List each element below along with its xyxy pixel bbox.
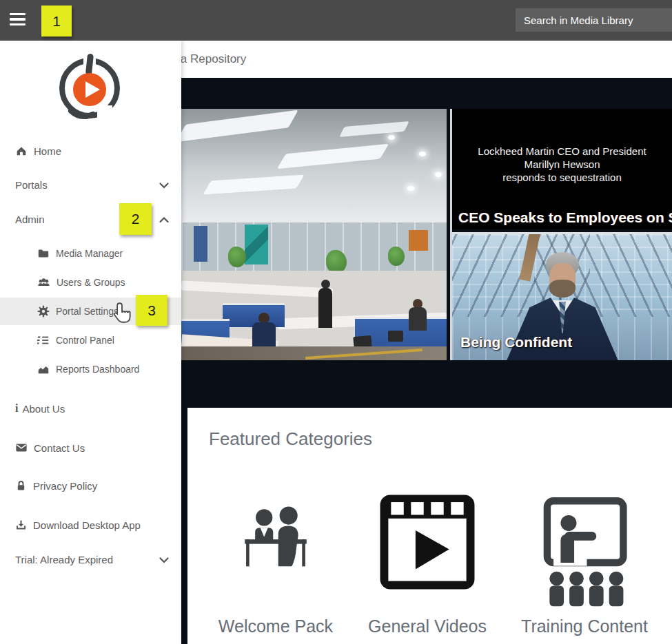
chevron-up-icon <box>159 214 169 225</box>
office-person-body <box>318 288 332 328</box>
sidebar-item-label: Privacy Policy <box>33 480 97 492</box>
caption-line: Lockheed Martin CEO and President <box>452 145 672 158</box>
logo-icon[interactable] <box>52 50 128 129</box>
sidebar-item-media-manager[interactable]: Media Manager <box>0 240 181 267</box>
sidebar-item-reports-dashboard[interactable]: Reports Dashboard <box>0 355 181 383</box>
featured-categories-card: Featured Categories <box>187 408 672 644</box>
sidebar-item-contact-us[interactable]: Contact Us <box>0 434 181 461</box>
info-icon: i <box>15 402 18 415</box>
sidebar-item-label: Users & Groups <box>57 277 125 288</box>
sidebar-item-label: Contact Us <box>34 442 85 454</box>
sidebar-item-label: About Us <box>22 403 65 415</box>
carousel-slide-office[interactable] <box>181 109 447 360</box>
lock-icon <box>15 479 27 492</box>
sidebar-item-trial-expired[interactable]: Trial: Already Expired <box>0 546 181 573</box>
office-cabinet <box>409 230 428 251</box>
caption-line: responds to sequestration <box>452 171 672 184</box>
office-plant <box>228 247 246 267</box>
sidebar-item-label: Reports Dashboard <box>56 364 139 375</box>
sidebar-item-portals[interactable]: Portals <box>0 171 181 198</box>
office-door <box>194 226 207 262</box>
video-tile-ceo[interactable]: Lockheed Martin CEO and President Marill… <box>452 109 672 229</box>
sidebar-item-admin[interactable]: Admin <box>0 205 181 233</box>
annotation-step-2: 2 <box>119 203 152 235</box>
video-tile-being-confident[interactable]: Being Confident <box>452 232 672 360</box>
sidebar-item-label: Portals <box>15 179 48 191</box>
annotation-step-1: 1 <box>41 6 72 37</box>
sidebar-item-label: Download Desktop App <box>33 519 141 531</box>
chart-icon <box>37 363 50 375</box>
featured-categories-title: Featured Categories <box>209 428 372 450</box>
annotation-step-3: 3 <box>136 295 167 326</box>
envelope-icon <box>15 442 28 454</box>
category-label-general-videos[interactable]: General Videos <box>345 616 510 636</box>
man-beard <box>549 280 576 298</box>
folder-icon <box>37 247 50 260</box>
top-bar <box>0 0 672 41</box>
sidebar-item-label: Admin <box>15 214 45 225</box>
office-person-body <box>409 307 427 331</box>
office-downlight <box>388 135 395 140</box>
office-downlight <box>419 152 426 156</box>
sidebar-item-label: Portal Settings <box>56 306 119 317</box>
video-title: Being Confident <box>460 334 572 351</box>
chevron-down-icon <box>159 179 169 191</box>
welcome-pack-icon[interactable] <box>237 499 314 585</box>
sidebar-item-download-desktop-app[interactable]: Download Desktop App <box>0 511 181 539</box>
hero-tiles-column: Lockheed Martin CEO and President Marill… <box>450 109 672 360</box>
caption-line: Marillyn Hewson <box>452 158 672 171</box>
office-plant <box>388 247 405 266</box>
general-videos-icon[interactable] <box>372 488 482 599</box>
list-icon <box>37 334 50 346</box>
sidebar-item-privacy-policy[interactable]: Privacy Policy <box>0 472 181 499</box>
office-monitor <box>388 331 403 342</box>
users-icon <box>37 276 50 289</box>
office-downlight <box>407 186 414 191</box>
video-caption: Lockheed Martin CEO and President Marill… <box>452 145 672 184</box>
category-label-training-content[interactable]: Training Content <box>502 616 667 636</box>
cursor-icon <box>112 302 132 326</box>
training-content-icon[interactable] <box>533 495 636 618</box>
hamburger-icon[interactable] <box>10 13 26 25</box>
app-window: Media Repository <box>0 0 672 644</box>
video-title: CEO Speaks to Employees on Sequ... <box>458 209 672 226</box>
office-downlight <box>435 172 442 177</box>
category-label-welcome-pack[interactable]: Welcome Pack <box>193 616 358 636</box>
home-icon <box>15 145 28 157</box>
sidebar: Home Portals Admin Media Manager <box>0 41 181 644</box>
sidebar-item-label: Trial: Already Expired <box>15 554 113 565</box>
office-poster <box>245 225 268 264</box>
sidebar-item-label: Home <box>34 145 61 157</box>
chevron-down-icon <box>159 554 169 565</box>
office-plant <box>326 250 347 273</box>
sidebar-item-label: Control Panel <box>56 335 114 346</box>
sidebar-item-about-us[interactable]: i About Us <box>0 395 181 422</box>
download-icon <box>15 519 27 531</box>
sidebar-item-control-panel[interactable]: Control Panel <box>0 326 181 354</box>
gear-icon <box>37 305 50 318</box>
sidebar-item-label: Media Manager <box>56 248 123 259</box>
office-back-wall <box>181 222 447 271</box>
search-input[interactable] <box>516 8 672 32</box>
sidebar-item-users-groups[interactable]: Users & Groups <box>0 269 181 296</box>
sidebar-item-home[interactable]: Home <box>0 137 181 165</box>
